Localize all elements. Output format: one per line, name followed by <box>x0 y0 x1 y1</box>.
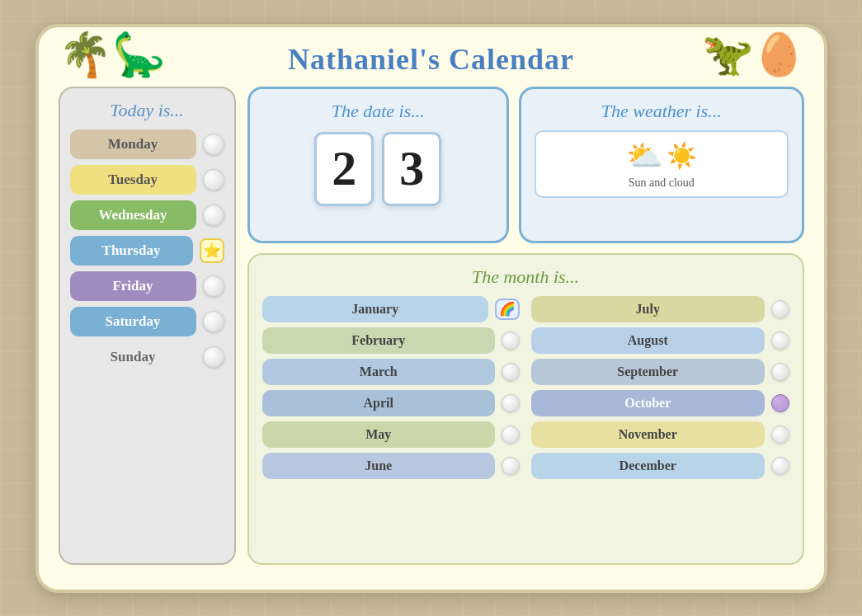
month-row-june: June <box>262 453 520 479</box>
day-row-wednesday: Wednesday <box>70 200 224 230</box>
pom-september[interactable] <box>771 363 789 381</box>
pom-november[interactable] <box>771 426 789 444</box>
pom-tuesday[interactable] <box>203 169 224 190</box>
date-digit-2[interactable]: 3 <box>382 132 441 206</box>
header: 🌴🦕 Nathaniel's Calendar 🦖🥚 <box>59 42 804 77</box>
month-row-november: November <box>531 421 789 448</box>
date-title: The date is... <box>332 101 425 122</box>
main-content: Today is... Monday Tuesday Wednesday Thu… <box>59 87 804 565</box>
pom-june[interactable] <box>502 457 520 475</box>
month-september[interactable]: September <box>531 359 765 385</box>
month-july[interactable]: July <box>531 296 765 322</box>
month-row-december: December <box>531 453 789 479</box>
sun-icon: ☀️ <box>667 141 697 170</box>
pom-december[interactable] <box>771 457 789 475</box>
day-row-monday: Monday <box>70 129 224 159</box>
month-january[interactable]: January <box>262 296 489 322</box>
star-thursday[interactable]: ⭐ <box>200 238 224 263</box>
date-numbers: 2 3 <box>314 132 441 206</box>
pom-sunday[interactable] <box>203 346 224 368</box>
weather-panel: The weather is... ⛅ ☀️ Sun and cloud <box>519 87 803 243</box>
calendar-board: 🌴🦕 Nathaniel's Calendar 🦖🥚 Today is... M… <box>35 24 827 593</box>
month-row-may: May <box>262 421 520 448</box>
month-row-july: July <box>531 296 789 322</box>
weather-label: Sun and cloud <box>629 176 695 190</box>
right-panel: The date is... 2 3 The weather is... ⛅ ☀… <box>247 87 804 565</box>
pom-friday[interactable] <box>203 275 224 297</box>
month-title: The month is... <box>262 266 789 288</box>
pom-august[interactable] <box>771 332 789 350</box>
cloud-sun-icon: ⛅ <box>626 139 663 173</box>
pom-february[interactable] <box>502 332 520 350</box>
pom-july[interactable] <box>771 300 789 318</box>
day-tuesday[interactable]: Tuesday <box>70 165 196 195</box>
date-digit-1[interactable]: 2 <box>314 132 374 206</box>
month-february[interactable]: February <box>262 327 496 354</box>
pom-monday[interactable] <box>203 134 224 155</box>
month-november[interactable]: November <box>531 421 765 448</box>
month-row-september: September <box>531 359 789 385</box>
month-march[interactable]: March <box>262 359 496 385</box>
month-june[interactable]: June <box>262 453 496 479</box>
dino-right-icon: 🦖🥚 <box>702 34 804 75</box>
top-row: The date is... 2 3 The weather is... ⛅ ☀… <box>247 87 804 243</box>
day-wednesday[interactable]: Wednesday <box>70 200 196 230</box>
month-row-october: October <box>531 390 789 416</box>
day-row-sunday: Sunday <box>70 342 224 372</box>
pom-april[interactable] <box>502 394 520 412</box>
months-right-col: July August September October <box>531 296 789 479</box>
pom-may[interactable] <box>502 426 520 444</box>
pom-saturday[interactable] <box>203 311 224 332</box>
day-monday[interactable]: Monday <box>70 129 196 159</box>
month-row-april: April <box>262 390 520 416</box>
month-row-february: February <box>262 327 520 354</box>
today-title: Today is... <box>70 100 224 121</box>
day-row-friday: Friday <box>70 271 224 301</box>
pom-wednesday[interactable] <box>203 205 224 226</box>
month-april[interactable]: April <box>262 390 496 416</box>
month-may[interactable]: May <box>262 421 496 448</box>
month-row-january: January 🌈 <box>262 296 520 322</box>
pom-march[interactable] <box>502 363 520 381</box>
dino-left-icon: 🌴🦕 <box>59 34 166 77</box>
rainbow-january[interactable]: 🌈 <box>495 299 520 320</box>
day-friday[interactable]: Friday <box>70 271 196 301</box>
months-left-col: January 🌈 February March April <box>262 296 520 479</box>
weather-icon: ⛅ ☀️ <box>626 139 697 173</box>
month-october[interactable]: October <box>531 390 765 416</box>
days-panel: Today is... Monday Tuesday Wednesday Thu… <box>59 87 236 565</box>
day-sunday[interactable]: Sunday <box>70 342 196 372</box>
weather-title: The weather is... <box>601 101 722 122</box>
month-row-march: March <box>262 359 520 385</box>
month-row-august: August <box>531 327 789 354</box>
day-row-tuesday: Tuesday <box>70 165 224 195</box>
month-august[interactable]: August <box>531 327 765 354</box>
day-saturday[interactable]: Saturday <box>70 307 196 336</box>
months-grid: January 🌈 February March April <box>262 296 789 479</box>
day-row-thursday: Thursday ⭐ <box>70 236 224 266</box>
day-row-saturday: Saturday <box>70 307 224 336</box>
month-panel: The month is... January 🌈 February <box>247 253 804 565</box>
calendar-title: Nathaniel's Calendar <box>288 42 574 77</box>
pom-october[interactable] <box>771 394 789 412</box>
day-thursday[interactable]: Thursday <box>70 236 193 266</box>
weather-display: ⛅ ☀️ Sun and cloud <box>535 130 788 198</box>
month-december[interactable]: December <box>531 453 765 479</box>
date-panel: The date is... 2 3 <box>247 87 510 243</box>
